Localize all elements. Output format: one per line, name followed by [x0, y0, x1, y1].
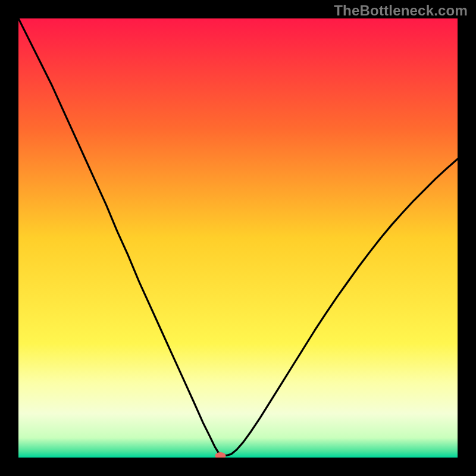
chart-frame: TheBottleneck.com	[0, 0, 476, 476]
chart-svg	[18, 18, 458, 458]
plot-area	[18, 18, 458, 458]
gradient-background	[18, 18, 458, 458]
watermark-text: TheBottleneck.com	[334, 2, 468, 19]
